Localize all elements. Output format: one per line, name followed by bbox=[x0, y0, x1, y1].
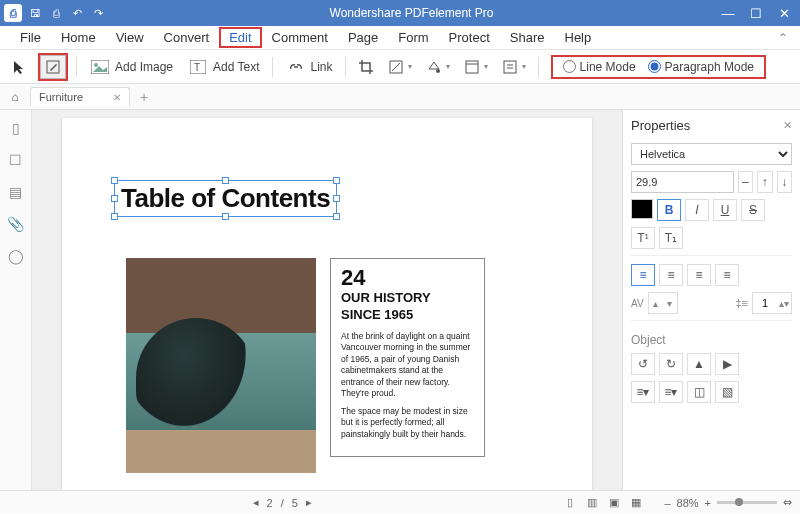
resize-handle[interactable] bbox=[111, 177, 118, 184]
zoom-in-button[interactable]: + bbox=[705, 497, 711, 509]
subscript-t-button[interactable]: T₁ bbox=[659, 227, 683, 249]
print-icon[interactable]: ⎙ bbox=[47, 4, 65, 22]
menu-file[interactable]: File bbox=[10, 27, 51, 48]
font-color-swatch[interactable] bbox=[631, 199, 653, 219]
resize-handle[interactable] bbox=[333, 195, 340, 202]
properties-panel: Properties ✕ Helvetica – ↑ ↓ B I U S T¹ … bbox=[622, 110, 800, 490]
background-button[interactable]: ▾ bbox=[422, 55, 454, 79]
crop-obj-button[interactable]: ◫ bbox=[687, 381, 711, 403]
search-icon[interactable]: ◯ bbox=[8, 248, 24, 264]
line-spacing-spinner[interactable]: ▴▾ bbox=[752, 292, 792, 314]
svg-point-7 bbox=[436, 69, 440, 73]
prev-page-button[interactable]: ◂ bbox=[253, 496, 259, 509]
collapse-ribbon-icon[interactable]: ⌃ bbox=[772, 31, 794, 45]
align-right-button[interactable]: ≡ bbox=[687, 264, 711, 286]
watermark-button[interactable]: ▾ bbox=[384, 55, 416, 79]
zoom-out-button[interactable]: – bbox=[664, 497, 670, 509]
edit-mode-group: Line Mode Paragraph Mode bbox=[551, 55, 766, 79]
separator bbox=[345, 57, 346, 77]
new-tab-button[interactable]: + bbox=[136, 89, 152, 105]
next-page-button[interactable]: ▸ bbox=[306, 496, 312, 509]
maximize-button[interactable]: ☐ bbox=[744, 6, 768, 21]
flip-v-button[interactable]: ▶ bbox=[715, 353, 739, 375]
zoom-slider[interactable] bbox=[717, 501, 777, 504]
tab-close-icon[interactable]: ✕ bbox=[113, 92, 121, 103]
menu-share[interactable]: Share bbox=[500, 27, 555, 48]
menu-protect[interactable]: Protect bbox=[439, 27, 500, 48]
superscript-button[interactable]: ↑ bbox=[757, 171, 772, 193]
add-text-button[interactable]: T Add Text bbox=[183, 55, 263, 79]
align-obj-2-button[interactable]: ≡▾ bbox=[659, 381, 683, 403]
italic-button[interactable]: I bbox=[685, 199, 709, 221]
view-two-icon[interactable]: ▣ bbox=[606, 495, 622, 511]
document-tab[interactable]: Furniture ✕ bbox=[30, 87, 130, 106]
comments-icon[interactable]: ▤ bbox=[9, 184, 22, 200]
properties-close-icon[interactable]: ✕ bbox=[783, 119, 792, 132]
bold-button[interactable]: B bbox=[657, 199, 681, 221]
document-canvas[interactable]: Table of Contents 24 OUR HISTORY SINCE 1… bbox=[32, 110, 622, 490]
link-button[interactable]: Link bbox=[281, 55, 337, 79]
resize-handle[interactable] bbox=[222, 213, 229, 220]
resize-handle[interactable] bbox=[222, 177, 229, 184]
menu-comment[interactable]: Comment bbox=[262, 27, 338, 48]
line-mode-radio[interactable]: Line Mode bbox=[563, 60, 636, 74]
menu-bar: File Home View Convert Edit Comment Page… bbox=[0, 26, 800, 50]
line-spacing-icon: ‡≡ bbox=[735, 297, 748, 309]
char-spacing-label: AV bbox=[631, 298, 644, 309]
font-family-select[interactable]: Helvetica bbox=[631, 143, 792, 165]
paragraph-mode-radio[interactable]: Paragraph Mode bbox=[648, 60, 754, 74]
menu-home[interactable]: Home bbox=[51, 27, 106, 48]
close-button[interactable]: ✕ bbox=[772, 6, 796, 21]
decrease-size-button[interactable]: – bbox=[738, 171, 753, 193]
home-icon[interactable]: ⌂ bbox=[6, 90, 24, 104]
subscript-button[interactable]: ↓ bbox=[777, 171, 792, 193]
undo-icon[interactable]: ↶ bbox=[68, 4, 86, 22]
edit-object-button[interactable] bbox=[40, 55, 66, 79]
thumbnails-icon[interactable]: ▯ bbox=[12, 120, 20, 136]
fit-width-button[interactable]: ⇔ bbox=[783, 496, 792, 509]
rotate-cw-button[interactable]: ↻ bbox=[659, 353, 683, 375]
view-single-icon[interactable]: ▯ bbox=[562, 495, 578, 511]
text-icon: T bbox=[187, 56, 209, 78]
font-size-input[interactable] bbox=[631, 171, 734, 193]
underline-button[interactable]: U bbox=[713, 199, 737, 221]
selected-text-box[interactable]: Table of Contents bbox=[114, 180, 337, 217]
add-text-label: Add Text bbox=[213, 60, 259, 74]
rotate-ccw-button[interactable]: ↺ bbox=[631, 353, 655, 375]
menu-help[interactable]: Help bbox=[555, 27, 602, 48]
view-continuous-icon[interactable]: ▥ bbox=[584, 495, 600, 511]
strike-button[interactable]: S bbox=[741, 199, 765, 221]
story-title-1: OUR HISTORY bbox=[341, 291, 474, 306]
resize-handle[interactable] bbox=[111, 195, 118, 202]
align-left-button[interactable]: ≡ bbox=[631, 264, 655, 286]
attachments-icon[interactable]: 📎 bbox=[7, 216, 24, 232]
menu-form[interactable]: Form bbox=[388, 27, 438, 48]
flip-h-button[interactable]: ▲ bbox=[687, 353, 711, 375]
bates-button[interactable]: ▾ bbox=[498, 55, 530, 79]
redo-icon[interactable]: ↷ bbox=[89, 4, 107, 22]
crop-button[interactable] bbox=[354, 55, 378, 79]
replace-image-button[interactable]: ▧ bbox=[715, 381, 739, 403]
menu-convert[interactable]: Convert bbox=[154, 27, 220, 48]
bookmarks-icon[interactable]: ☐ bbox=[9, 152, 22, 168]
resize-handle[interactable] bbox=[333, 177, 340, 184]
menu-edit[interactable]: Edit bbox=[219, 27, 261, 48]
char-spacing-spinner[interactable]: ▴▾ bbox=[648, 292, 678, 314]
select-tool-button[interactable] bbox=[8, 55, 32, 79]
align-center-button[interactable]: ≡ bbox=[659, 264, 683, 286]
add-image-button[interactable]: Add Image bbox=[85, 55, 177, 79]
superscript-t-button[interactable]: T¹ bbox=[631, 227, 655, 249]
align-obj-1-button[interactable]: ≡▾ bbox=[631, 381, 655, 403]
resize-handle[interactable] bbox=[111, 213, 118, 220]
align-justify-button[interactable]: ≡ bbox=[715, 264, 739, 286]
menu-view[interactable]: View bbox=[106, 27, 154, 48]
view-grid-icon[interactable]: ▦ bbox=[628, 495, 644, 511]
resize-handle[interactable] bbox=[333, 213, 340, 220]
minimize-button[interactable]: — bbox=[716, 6, 740, 21]
story-title-2: SINCE 1965 bbox=[341, 308, 474, 323]
link-label: Link bbox=[311, 60, 333, 74]
header-footer-button[interactable]: ▾ bbox=[460, 55, 492, 79]
separator bbox=[538, 57, 539, 77]
save-icon[interactable]: 🖫 bbox=[26, 4, 44, 22]
menu-page[interactable]: Page bbox=[338, 27, 388, 48]
